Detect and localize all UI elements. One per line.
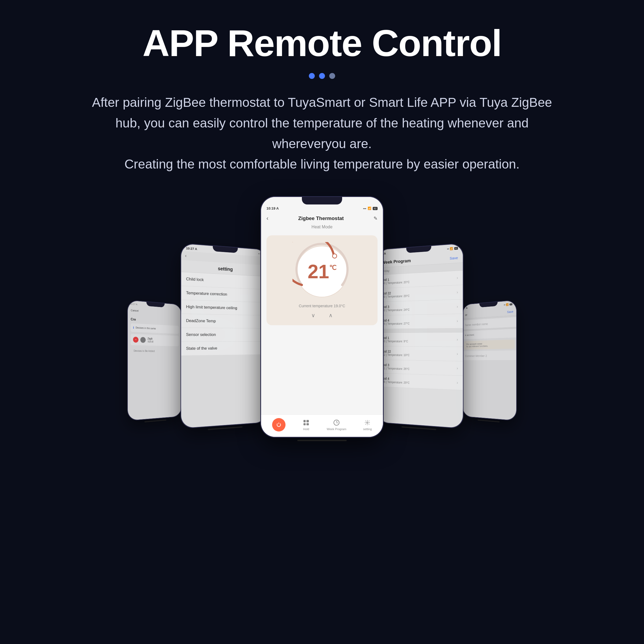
right-status-icons: ▪▪ 📶 82 — [447, 247, 458, 251]
period-7-details: :51 | Temperature: 26°C — [382, 367, 409, 371]
device-avatar — [140, 337, 146, 343]
temp-unit: ℃ — [329, 265, 336, 271]
nav-week-label: Week Program — [327, 427, 346, 431]
chevron-icon-1: › — [457, 276, 458, 280]
nav-power[interactable] — [272, 418, 286, 431]
member-name-placeholder: home member name — [465, 321, 513, 327]
far-right-save[interactable]: Save — [507, 310, 513, 314]
week-title: Week Program — [382, 258, 411, 265]
far-right-icons: ▪▪ 📶 82 — [504, 303, 512, 306]
phone-far-right-member: A ▪▪ 📶 82 er Save home member name e acc… — [462, 300, 517, 425]
devices-to-add-label: Devices to Be Added — [131, 347, 179, 355]
period-5-details: :40 | Temperature: 9°C — [382, 340, 408, 343]
home-indicator-left — [208, 426, 242, 430]
phone-center-thermostat: 10:19 A ▪▪▪ 📶 82 ‹ Zigbee Thermostat ✎ — [260, 196, 384, 442]
week-period-3[interactable]: riod 3 :30 | Temperature: 24°C › — [377, 299, 463, 316]
nav-setting[interactable]: setting — [363, 419, 372, 431]
remove-icon[interactable]: − — [133, 337, 138, 343]
svg-point-2 — [367, 422, 368, 423]
week-periods-list: riod 1 :00 | Temperature: 20°C › riod 22… — [377, 270, 463, 390]
period-3-details: :30 | Temperature: 24°C — [382, 308, 409, 312]
settings-item-high-limit[interactable]: High limit temperature ceiling — [181, 300, 266, 316]
home-indicator-right — [401, 426, 436, 430]
period-5-label: riod 1 — [382, 336, 408, 340]
chevron-icon-6: › — [457, 352, 458, 356]
chevron-icon-2: › — [457, 290, 458, 295]
far-left-time: 10:27 A — [130, 303, 137, 306]
period-8-details: :56 | Temperature: 29°C — [382, 380, 409, 385]
week-period-4[interactable]: riod 4 :15 | Temperature: 27°C › — [377, 314, 463, 329]
gear-nav-icon — [364, 419, 371, 426]
week-day-2-label — [377, 328, 463, 333]
temp-value: 21 — [308, 262, 329, 281]
chevron-icon-5: › — [457, 337, 458, 342]
dots-indicator — [309, 73, 335, 79]
phone-left-settings: 10:27 A ▪ ▪ ▪ ‹ setting Child lock Tempe… — [180, 243, 267, 433]
settings-item-sensor[interactable]: Sensor selection — [181, 328, 266, 342]
therm-back-button[interactable]: ‹ — [266, 215, 268, 222]
clock-icon — [333, 419, 340, 426]
therm-mode: Heat Mode — [261, 223, 383, 233]
dial-svg[interactable]: 21 ℃ — [292, 242, 352, 301]
phone-right-week: 7 A ▪▪ 📶 82 Week Program Save Friday rio… — [377, 243, 463, 433]
period-6-details: :52 | Temperature: 19°C — [382, 353, 409, 357]
svg-point-1 — [332, 254, 337, 258]
page-title: APP Remote Control — [142, 21, 502, 65]
member-common-item[interactable]: Common Member 2 — [463, 350, 516, 361]
center-status-time: 10:19 A — [266, 206, 279, 210]
temp-display: 21 ℃ — [308, 262, 336, 281]
home-indicator-center — [297, 440, 347, 441]
settings-item-valve[interactable]: State of the valve — [181, 342, 266, 356]
nav-week-program[interactable]: Week Program — [327, 419, 346, 431]
home-indicator-far-right — [478, 420, 500, 423]
week-period-8[interactable]: riod 4 :56 | Temperature: 29°C › — [377, 373, 463, 390]
dot-3 — [329, 73, 335, 79]
chevron-icon-8: › — [457, 380, 458, 385]
nav-hold[interactable]: Hold — [302, 419, 310, 431]
chevron-icon-3: › — [457, 305, 458, 309]
member-account-label: e account — [465, 332, 513, 337]
week-period-6[interactable]: riod 22 :52 | Temperature: 19°C › — [377, 346, 463, 361]
dial-container: 21 ℃ Current temperature 19.0°C ∨ ∧ — [266, 235, 378, 325]
member-warning: the account ownerto use relevant functio… — [464, 339, 515, 350]
therm-title: Zigbee Thermostat — [298, 215, 344, 221]
left-back-button[interactable]: ‹ — [185, 253, 186, 258]
dot-1 — [309, 73, 315, 79]
create-title: Cre — [131, 317, 179, 324]
phone-far-left: 10:27 A Cancel Cre ℹ Devices in the same… — [127, 300, 182, 425]
far-right-back[interactable]: er — [465, 313, 467, 317]
temp-up-button[interactable]: ∧ — [329, 312, 333, 319]
grid-icon — [302, 419, 310, 426]
info-icon: ℹ — [133, 326, 134, 330]
therm-edit-button[interactable]: ✎ — [374, 215, 378, 221]
power-icon — [272, 418, 286, 431]
nav-hold-label: Hold — [303, 427, 309, 431]
home-indicator — [145, 420, 167, 423]
device-name: ZigB — [148, 337, 154, 340]
chevron-icon-4: › — [457, 319, 458, 323]
subtitle-text: After pairing ZigBee thermostat to TuyaS… — [81, 92, 563, 175]
week-save-button[interactable]: Save — [450, 256, 458, 260]
period-2-details: :30 | Temperature: 29°C — [382, 294, 409, 299]
cancel-button[interactable]: Cancel — [131, 309, 138, 312]
far-right-time: A — [466, 306, 467, 309]
week-period-5[interactable]: riod 1 :40 | Temperature: 9°C › — [377, 332, 463, 347]
current-temp: Current temperature 19.0°C — [299, 304, 345, 308]
nav-setting-label: setting — [363, 427, 372, 431]
dot-2 — [319, 73, 325, 79]
dial-controls: ∨ ∧ — [311, 312, 333, 319]
settings-title: setting — [186, 264, 262, 274]
settings-item-deadzone[interactable]: DeadZone Temp — [181, 314, 266, 329]
device-sub: 我的家 — [148, 340, 154, 343]
chevron-icon-7: › — [457, 366, 458, 371]
settings-list: Child lock Temperature correction High l… — [181, 272, 266, 356]
member-desc: the account ownerto use relevant functio… — [466, 342, 512, 347]
temp-down-button[interactable]: ∨ — [311, 312, 315, 319]
member-common: Common Member 2 — [465, 354, 513, 358]
info-text: Devices in the same — [136, 326, 156, 330]
bottom-nav: Hold Week Program — [261, 415, 383, 437]
left-status-time: 10:27 A — [186, 246, 197, 251]
center-status-icons: ▪▪▪ 📶 82 — [363, 207, 378, 210]
phones-container: 10:27 A Cancel Cre ℹ Devices in the same… — [0, 196, 644, 442]
period-4-details: :15 | Temperature: 27°C — [382, 322, 409, 325]
